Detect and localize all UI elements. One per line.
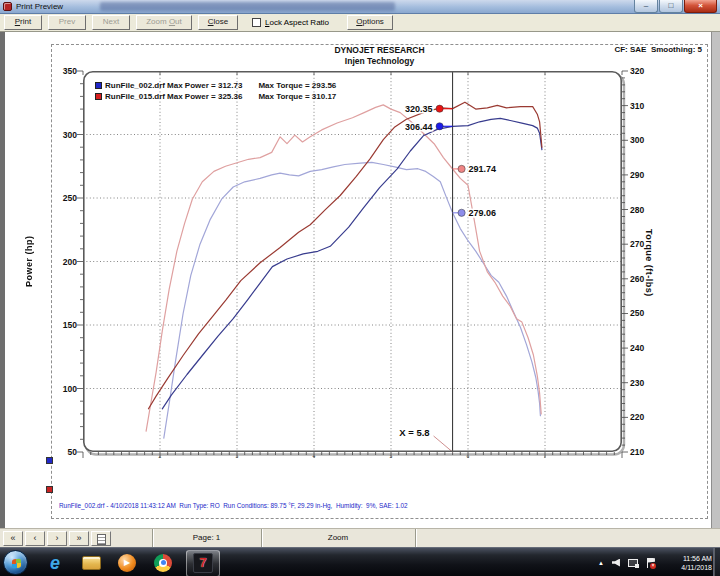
lock-aspect-ratio-checkbox[interactable] bbox=[252, 18, 261, 27]
preview-left-margin bbox=[0, 32, 5, 528]
legend-max-power: Max Power = 325.36 bbox=[167, 92, 242, 101]
dynojet-app-taskbar-button[interactable]: 7 bbox=[186, 550, 220, 576]
chart-legend: RunFile_002.drf Max Power = 312.73 Max T… bbox=[95, 80, 336, 102]
page-layout-button[interactable] bbox=[91, 531, 111, 546]
torque-tick-label: 210 bbox=[630, 447, 658, 457]
preview-area: DYNOJET RESEARCH Injen Technology CF: SA… bbox=[0, 32, 720, 528]
alert-badge: × bbox=[650, 563, 656, 569]
media-player-icon: ▶ bbox=[118, 554, 136, 572]
app-icon bbox=[3, 2, 12, 11]
legend-row: RunFile_015.drf Max Power = 325.36 Max T… bbox=[95, 91, 336, 101]
close-window-button[interactable]: × bbox=[684, 0, 717, 13]
torque-tick-label: 230 bbox=[630, 378, 658, 388]
lock-aspect-ratio-label[interactable]: Lock Aspect Ratio bbox=[265, 18, 329, 27]
clock-date: 4/11/2018 bbox=[664, 563, 712, 572]
legend-row: RunFile_002.drf Max Power = 312.73 Max T… bbox=[95, 80, 336, 90]
torque-tick-label: 260 bbox=[630, 274, 658, 284]
dyno-chart-plot[interactable]: X = 5.8320.35306.44291.74279.06 bbox=[83, 71, 622, 452]
svg-text:320.35: 320.35 bbox=[405, 104, 433, 114]
torque-tick-label: 250 bbox=[630, 308, 658, 318]
action-center-flag-icon[interactable]: × bbox=[646, 558, 656, 568]
window-title: Print Preview bbox=[16, 1, 63, 13]
preview-right-margin bbox=[711, 32, 720, 528]
legend-file-label: RunFile_002.drf bbox=[105, 81, 165, 90]
page-indicator: Page: 1 bbox=[152, 529, 261, 548]
minimize-button[interactable]: – bbox=[634, 0, 658, 13]
wmp-taskbar-icon[interactable]: ▶ bbox=[114, 551, 140, 575]
network-icon[interactable] bbox=[628, 559, 638, 567]
torque-tick-label: 220 bbox=[630, 412, 658, 422]
power-tick-label: 100 bbox=[49, 384, 77, 394]
legend-file-label: RunFile_015.drf bbox=[105, 92, 165, 101]
windows-flag-icon bbox=[12, 559, 21, 569]
torque-tick-label: 270 bbox=[630, 239, 658, 249]
tray-clock[interactable]: 11:56 AM 4/11/2018 bbox=[664, 554, 712, 572]
explorer-taskbar-icon[interactable] bbox=[78, 551, 104, 575]
page-layout-icon bbox=[97, 534, 106, 545]
power-axis-ticks: 35030025020015010050 bbox=[49, 71, 79, 452]
power-tick-label: 300 bbox=[49, 130, 77, 140]
correction-factor-label: CF: SAE Smoothing: 5 bbox=[400, 45, 702, 54]
legend-color-swatch bbox=[95, 82, 102, 89]
legend-color-swatch bbox=[95, 93, 102, 100]
svg-text:X = 5.8: X = 5.8 bbox=[399, 427, 429, 438]
toolbar: Print Prev Next Zoom Out Close Lock Aspe… bbox=[0, 14, 720, 32]
close-preview-button[interactable]: Close bbox=[198, 15, 238, 30]
power-axis-title: Power (hp) bbox=[24, 166, 34, 356]
svg-text:306.44: 306.44 bbox=[405, 122, 433, 132]
tray-expand-icon[interactable]: ▲ bbox=[598, 560, 604, 566]
maximize-button[interactable]: □ bbox=[659, 0, 683, 13]
clock-time: 11:56 AM bbox=[664, 554, 712, 563]
prev-button[interactable]: Prev bbox=[48, 15, 86, 30]
torque-tick-label: 290 bbox=[630, 170, 658, 180]
legend-max-torque: Max Torque = 310.17 bbox=[258, 92, 336, 101]
torque-axis-ticks: 320310300290280270260250240230220210 bbox=[628, 71, 658, 452]
power-tick-label: 150 bbox=[49, 320, 77, 330]
chrome-icon bbox=[154, 554, 172, 572]
zoom-out-button[interactable]: Zoom Out bbox=[136, 15, 192, 30]
prev-page-button[interactable]: ‹ bbox=[25, 531, 45, 546]
options-button[interactable]: Options bbox=[347, 15, 393, 30]
legend-max-power: Max Power = 312.73 bbox=[167, 81, 242, 90]
first-page-button[interactable]: « bbox=[3, 531, 23, 546]
screen: { "window": { "title": "Print Preview", … bbox=[0, 0, 720, 576]
torque-tick-label: 310 bbox=[630, 101, 658, 111]
run-note-color-swatch bbox=[46, 486, 53, 493]
report-header-facility: Injen Technology bbox=[51, 56, 708, 66]
torque-tick-label: 280 bbox=[630, 205, 658, 215]
folder-icon bbox=[82, 556, 101, 570]
volume-icon[interactable] bbox=[612, 559, 620, 567]
print-button[interactable]: Print bbox=[4, 15, 42, 30]
power-tick-label: 250 bbox=[49, 193, 77, 203]
next-button[interactable]: Next bbox=[92, 15, 130, 30]
ie-taskbar-icon[interactable]: e bbox=[42, 551, 68, 575]
show-desktop-button[interactable] bbox=[713, 548, 720, 576]
torque-tick-label: 320 bbox=[630, 66, 658, 76]
zoom-indicator: Zoom bbox=[261, 529, 415, 548]
svg-text:291.74: 291.74 bbox=[469, 164, 497, 174]
torque-tick-label: 300 bbox=[630, 135, 658, 145]
statusbar-divider bbox=[415, 529, 416, 548]
dynojet-app-icon: 7 bbox=[193, 553, 213, 573]
torque-tick-label: 240 bbox=[630, 343, 658, 353]
power-tick-label: 350 bbox=[49, 66, 77, 76]
statusbar: « ‹ › » Page: 1 Zoom bbox=[0, 528, 720, 547]
legend-max-torque: Max Torque = 293.56 bbox=[258, 81, 336, 90]
chart-svg: X = 5.8320.35306.44291.74279.06 bbox=[83, 71, 622, 452]
power-tick-label: 200 bbox=[49, 257, 77, 267]
titlebar[interactable]: Print Preview – □ × bbox=[0, 0, 720, 14]
start-button[interactable] bbox=[3, 550, 28, 575]
internet-explorer-icon: e bbox=[50, 554, 60, 572]
last-page-button[interactable]: » bbox=[69, 531, 89, 546]
next-page-button[interactable]: › bbox=[47, 531, 67, 546]
taskbar: e ▶ 7 ▲ × 11:56 AM 4/11/2018 bbox=[0, 547, 720, 576]
run-note-color-swatch bbox=[46, 457, 53, 464]
redacted-title-text bbox=[100, 2, 395, 11]
svg-text:279.06: 279.06 bbox=[469, 208, 497, 218]
chrome-taskbar-icon[interactable] bbox=[150, 551, 176, 575]
